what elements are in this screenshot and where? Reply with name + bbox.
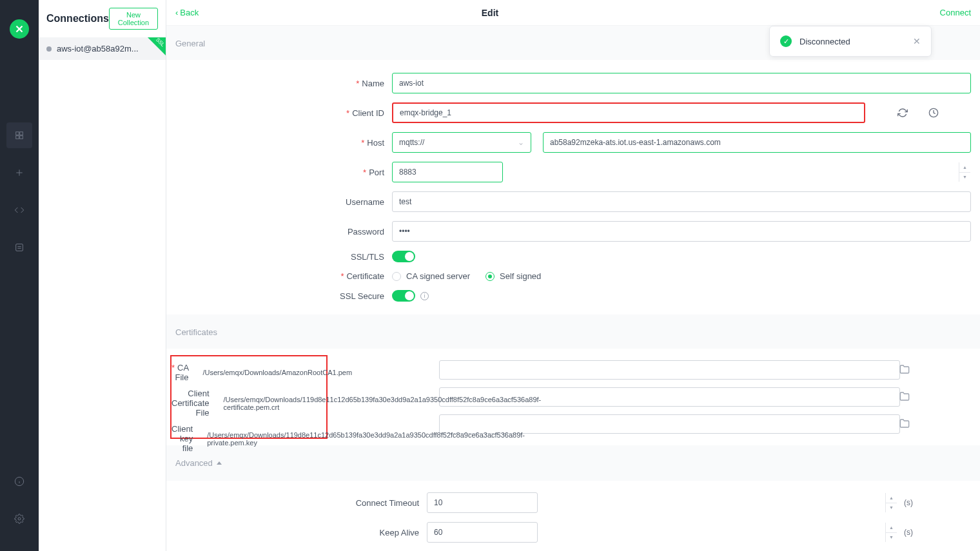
host-address-input[interactable] — [543, 132, 971, 153]
new-collection-button[interactable]: New Collection — [109, 8, 158, 30]
app-logo — [10, 19, 29, 39]
caret-up-icon — [217, 461, 222, 465]
connection-status-dot — [46, 46, 52, 52]
nav-connections-icon[interactable] — [6, 122, 32, 148]
advanced-label: Advanced — [175, 458, 213, 468]
connect-timeout-input[interactable] — [427, 492, 538, 513]
info-icon[interactable]: i — [420, 292, 429, 300]
label-name: Name — [362, 79, 384, 88]
nav-settings-icon[interactable] — [6, 506, 32, 532]
radio-ca-signed-label: CA signed server — [406, 271, 470, 281]
svg-rect-2 — [16, 136, 19, 139]
client-id-input[interactable] — [392, 102, 865, 123]
label-ssl-tls: SSL/TLS — [351, 252, 384, 262]
label-host: Host — [367, 138, 384, 148]
client-key-input-border — [439, 414, 900, 434]
keep-alive-input[interactable] — [427, 522, 538, 543]
connection-item[interactable]: aws-iot@ab58a92m... SSL — [39, 37, 166, 60]
connections-sidebar: Connections New Collection aws-iot@ab58a… — [39, 0, 166, 551]
topbar: ‹ Back Edit Connect — [166, 0, 980, 26]
radio-ca-signed[interactable]: CA signed server — [392, 271, 470, 281]
section-certificates-title: Certificates — [166, 314, 980, 349]
svg-rect-0 — [16, 132, 19, 135]
nav-log-icon[interactable] — [6, 235, 32, 260]
label-password: Password — [348, 227, 384, 237]
svg-rect-1 — [20, 132, 23, 135]
password-input[interactable] — [392, 221, 971, 242]
label-ssl-secure: SSL Secure — [340, 291, 384, 301]
page-title: Edit — [482, 8, 498, 18]
toast-notification: ✓ Disconnected ✕ — [769, 26, 932, 57]
host-protocol-select[interactable]: mqtts:// ⌄ — [392, 132, 531, 153]
label-username: Username — [346, 197, 384, 207]
back-label: Back — [180, 8, 199, 17]
label-port: Port — [369, 168, 384, 177]
ca-file-input-border — [439, 360, 900, 380]
keep-alive-stepper[interactable]: ▲▼ — [885, 523, 897, 542]
connection-name: aws-iot@ab58a92m... — [57, 44, 139, 53]
connect-timeout-stepper[interactable]: ▲▼ — [885, 493, 897, 512]
folder-icon[interactable] — [899, 418, 910, 429]
ssl-secure-toggle[interactable] — [392, 290, 415, 302]
radio-icon — [485, 272, 495, 281]
clock-icon[interactable] — [928, 108, 939, 118]
unit-seconds: (s) — [904, 528, 913, 537]
folder-icon[interactable] — [899, 364, 910, 374]
port-input[interactable] — [392, 162, 503, 182]
radio-icon — [392, 272, 401, 281]
radio-self-signed-label: Self signed — [500, 271, 541, 281]
main-panel: ‹ Back Edit Connect General *Name *Clien… — [166, 0, 980, 551]
nav-add-icon[interactable] — [6, 160, 32, 186]
back-link[interactable]: ‹ Back — [175, 8, 199, 17]
host-protocol-value: mqtts:// — [399, 138, 424, 147]
close-icon[interactable]: ✕ — [913, 36, 921, 46]
side-navbar — [0, 0, 39, 551]
radio-self-signed[interactable]: Self signed — [485, 271, 541, 281]
username-input[interactable] — [392, 191, 971, 212]
name-input[interactable] — [392, 73, 971, 93]
toast-text: Disconnected — [799, 37, 905, 46]
svg-rect-6 — [16, 244, 23, 251]
check-icon: ✓ — [780, 35, 792, 47]
label-certificate: Certificate — [346, 271, 384, 281]
label-client-id: Client ID — [352, 108, 384, 118]
label-connect-timeout: Connect Timeout — [356, 498, 419, 508]
nav-code-icon[interactable] — [6, 197, 32, 223]
svg-point-12 — [18, 517, 21, 520]
label-keep-alive: Keep Alive — [380, 528, 419, 537]
section-advanced-title[interactable]: Advanced — [166, 445, 980, 481]
chevron-left-icon: ‹ — [175, 8, 178, 17]
refresh-icon[interactable] — [897, 108, 908, 118]
nav-info-icon[interactable] — [6, 469, 32, 494]
ssl-tls-toggle[interactable] — [392, 251, 415, 262]
chevron-down-icon: ⌄ — [518, 138, 524, 147]
unit-seconds: (s) — [904, 498, 913, 507]
folder-icon[interactable] — [899, 391, 910, 401]
connect-button[interactable]: Connect — [940, 8, 971, 17]
client-cert-input-border — [439, 387, 900, 407]
svg-rect-3 — [20, 136, 23, 139]
port-stepper[interactable]: ▲▼ — [959, 162, 970, 182]
sidebar-title: Connections — [46, 13, 109, 24]
